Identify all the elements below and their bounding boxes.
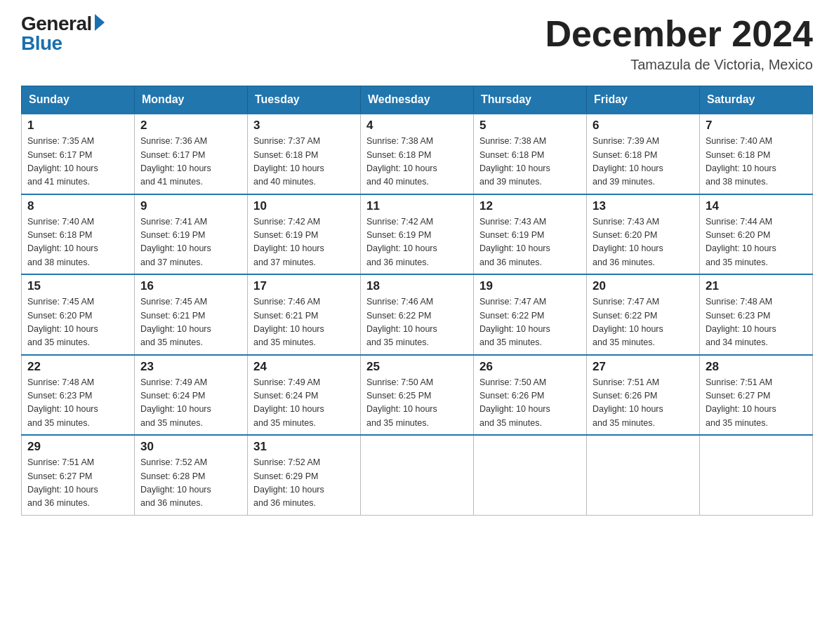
calendar-cell: 17Sunrise: 7:46 AMSunset: 6:21 PMDayligh… bbox=[248, 274, 361, 355]
calendar-cell: 26Sunrise: 7:50 AMSunset: 6:26 PMDayligh… bbox=[474, 355, 587, 436]
day-info: Sunrise: 7:51 AMSunset: 6:27 PMDaylight:… bbox=[27, 456, 128, 511]
calendar-cell: 19Sunrise: 7:47 AMSunset: 6:22 PMDayligh… bbox=[474, 274, 587, 355]
day-number: 14 bbox=[706, 199, 807, 213]
calendar-header-tuesday: Tuesday bbox=[248, 86, 361, 114]
day-number: 8 bbox=[27, 199, 128, 213]
day-info: Sunrise: 7:43 AMSunset: 6:19 PMDaylight:… bbox=[479, 215, 581, 270]
calendar-cell: 22Sunrise: 7:48 AMSunset: 6:23 PMDayligh… bbox=[22, 355, 135, 436]
calendar-week-4: 22Sunrise: 7:48 AMSunset: 6:23 PMDayligh… bbox=[22, 355, 813, 436]
calendar-cell: 12Sunrise: 7:43 AMSunset: 6:19 PMDayligh… bbox=[474, 194, 587, 275]
day-number: 23 bbox=[140, 360, 241, 374]
day-number: 9 bbox=[140, 199, 241, 213]
day-number: 13 bbox=[593, 199, 694, 213]
calendar-cell: 11Sunrise: 7:42 AMSunset: 6:19 PMDayligh… bbox=[361, 194, 474, 275]
day-info: Sunrise: 7:41 AMSunset: 6:19 PMDaylight:… bbox=[140, 215, 241, 270]
day-number: 3 bbox=[253, 119, 355, 133]
calendar-cell: 4Sunrise: 7:38 AMSunset: 6:18 PMDaylight… bbox=[361, 114, 474, 194]
day-number: 22 bbox=[27, 360, 128, 374]
day-info: Sunrise: 7:52 AMSunset: 6:29 PMDaylight:… bbox=[253, 456, 355, 511]
day-number: 26 bbox=[479, 360, 581, 374]
calendar-cell bbox=[474, 435, 587, 515]
day-number: 15 bbox=[27, 279, 128, 293]
page-header: General Blue December 2024 Tamazula de V… bbox=[21, 14, 813, 73]
calendar-cell: 20Sunrise: 7:47 AMSunset: 6:22 PMDayligh… bbox=[587, 274, 700, 355]
day-number: 19 bbox=[479, 279, 581, 293]
title-area: December 2024 Tamazula de Victoria, Mexi… bbox=[545, 14, 813, 73]
calendar-cell: 29Sunrise: 7:51 AMSunset: 6:27 PMDayligh… bbox=[22, 435, 135, 515]
day-number: 31 bbox=[253, 440, 355, 454]
day-info: Sunrise: 7:40 AMSunset: 6:18 PMDaylight:… bbox=[27, 215, 128, 270]
day-info: Sunrise: 7:45 AMSunset: 6:21 PMDaylight:… bbox=[140, 295, 241, 350]
calendar-cell: 28Sunrise: 7:51 AMSunset: 6:27 PMDayligh… bbox=[700, 355, 813, 436]
calendar-cell: 8Sunrise: 7:40 AMSunset: 6:18 PMDaylight… bbox=[22, 194, 135, 275]
calendar-header-saturday: Saturday bbox=[700, 86, 813, 114]
calendar-cell: 2Sunrise: 7:36 AMSunset: 6:17 PMDaylight… bbox=[135, 114, 248, 194]
day-number: 10 bbox=[253, 199, 355, 213]
calendar-cell: 27Sunrise: 7:51 AMSunset: 6:26 PMDayligh… bbox=[587, 355, 700, 436]
day-number: 25 bbox=[366, 360, 468, 374]
calendar-cell: 25Sunrise: 7:50 AMSunset: 6:25 PMDayligh… bbox=[361, 355, 474, 436]
day-info: Sunrise: 7:37 AMSunset: 6:18 PMDaylight:… bbox=[253, 135, 355, 189]
calendar-cell: 18Sunrise: 7:46 AMSunset: 6:22 PMDayligh… bbox=[361, 274, 474, 355]
calendar-cell: 3Sunrise: 7:37 AMSunset: 6:18 PMDaylight… bbox=[248, 114, 361, 194]
day-number: 30 bbox=[140, 440, 241, 454]
calendar-header-row: SundayMondayTuesdayWednesdayThursdayFrid… bbox=[22, 86, 813, 114]
calendar-cell bbox=[587, 435, 700, 515]
calendar-cell: 13Sunrise: 7:43 AMSunset: 6:20 PMDayligh… bbox=[587, 194, 700, 275]
calendar-cell: 31Sunrise: 7:52 AMSunset: 6:29 PMDayligh… bbox=[248, 435, 361, 515]
day-number: 6 bbox=[593, 119, 694, 133]
day-info: Sunrise: 7:42 AMSunset: 6:19 PMDaylight:… bbox=[366, 215, 468, 270]
calendar-cell: 16Sunrise: 7:45 AMSunset: 6:21 PMDayligh… bbox=[135, 274, 248, 355]
day-info: Sunrise: 7:46 AMSunset: 6:21 PMDaylight:… bbox=[253, 295, 355, 350]
day-info: Sunrise: 7:49 AMSunset: 6:24 PMDaylight:… bbox=[140, 376, 241, 431]
calendar-table: SundayMondayTuesdayWednesdayThursdayFrid… bbox=[21, 86, 813, 516]
location: Tamazula de Victoria, Mexico bbox=[545, 57, 813, 73]
calendar-week-1: 1Sunrise: 7:35 AMSunset: 6:17 PMDaylight… bbox=[22, 114, 813, 194]
calendar-cell bbox=[700, 435, 813, 515]
calendar-cell: 23Sunrise: 7:49 AMSunset: 6:24 PMDayligh… bbox=[135, 355, 248, 436]
calendar-week-3: 15Sunrise: 7:45 AMSunset: 6:20 PMDayligh… bbox=[22, 274, 813, 355]
calendar-week-5: 29Sunrise: 7:51 AMSunset: 6:27 PMDayligh… bbox=[22, 435, 813, 515]
calendar-cell: 30Sunrise: 7:52 AMSunset: 6:28 PMDayligh… bbox=[135, 435, 248, 515]
day-number: 12 bbox=[479, 199, 581, 213]
calendar-header-sunday: Sunday bbox=[22, 86, 135, 114]
day-number: 2 bbox=[140, 119, 241, 133]
day-info: Sunrise: 7:45 AMSunset: 6:20 PMDaylight:… bbox=[27, 295, 128, 350]
logo-arrow-icon bbox=[95, 14, 105, 31]
calendar-cell bbox=[361, 435, 474, 515]
day-info: Sunrise: 7:47 AMSunset: 6:22 PMDaylight:… bbox=[593, 295, 694, 350]
day-info: Sunrise: 7:49 AMSunset: 6:24 PMDaylight:… bbox=[253, 376, 355, 431]
day-number: 16 bbox=[140, 279, 241, 293]
day-info: Sunrise: 7:35 AMSunset: 6:17 PMDaylight:… bbox=[27, 135, 128, 189]
day-info: Sunrise: 7:38 AMSunset: 6:18 PMDaylight:… bbox=[479, 135, 581, 189]
day-info: Sunrise: 7:36 AMSunset: 6:17 PMDaylight:… bbox=[140, 135, 241, 189]
day-number: 4 bbox=[366, 119, 468, 133]
calendar-header-friday: Friday bbox=[587, 86, 700, 114]
day-info: Sunrise: 7:38 AMSunset: 6:18 PMDaylight:… bbox=[366, 135, 468, 189]
calendar-cell: 9Sunrise: 7:41 AMSunset: 6:19 PMDaylight… bbox=[135, 194, 248, 275]
day-info: Sunrise: 7:39 AMSunset: 6:18 PMDaylight:… bbox=[593, 135, 694, 189]
day-number: 1 bbox=[27, 119, 128, 133]
calendar-header-monday: Monday bbox=[135, 86, 248, 114]
day-info: Sunrise: 7:44 AMSunset: 6:20 PMDaylight:… bbox=[706, 215, 807, 270]
day-info: Sunrise: 7:43 AMSunset: 6:20 PMDaylight:… bbox=[593, 215, 694, 270]
calendar-header-thursday: Thursday bbox=[474, 86, 587, 114]
logo-blue: Blue bbox=[21, 34, 62, 53]
day-info: Sunrise: 7:51 AMSunset: 6:26 PMDaylight:… bbox=[593, 376, 694, 431]
calendar-cell: 6Sunrise: 7:39 AMSunset: 6:18 PMDaylight… bbox=[587, 114, 700, 194]
day-info: Sunrise: 7:50 AMSunset: 6:26 PMDaylight:… bbox=[479, 376, 581, 431]
calendar-cell: 24Sunrise: 7:49 AMSunset: 6:24 PMDayligh… bbox=[248, 355, 361, 436]
month-title: December 2024 bbox=[545, 14, 813, 54]
day-info: Sunrise: 7:52 AMSunset: 6:28 PMDaylight:… bbox=[140, 456, 241, 511]
calendar-cell: 21Sunrise: 7:48 AMSunset: 6:23 PMDayligh… bbox=[700, 274, 813, 355]
calendar-header-wednesday: Wednesday bbox=[361, 86, 474, 114]
calendar-cell: 10Sunrise: 7:42 AMSunset: 6:19 PMDayligh… bbox=[248, 194, 361, 275]
day-number: 29 bbox=[27, 440, 128, 454]
calendar-cell: 1Sunrise: 7:35 AMSunset: 6:17 PMDaylight… bbox=[22, 114, 135, 194]
day-info: Sunrise: 7:48 AMSunset: 6:23 PMDaylight:… bbox=[27, 376, 128, 431]
calendar-cell: 7Sunrise: 7:40 AMSunset: 6:18 PMDaylight… bbox=[700, 114, 813, 194]
day-number: 24 bbox=[253, 360, 355, 374]
day-number: 17 bbox=[253, 279, 355, 293]
day-info: Sunrise: 7:42 AMSunset: 6:19 PMDaylight:… bbox=[253, 215, 355, 270]
day-info: Sunrise: 7:46 AMSunset: 6:22 PMDaylight:… bbox=[366, 295, 468, 350]
